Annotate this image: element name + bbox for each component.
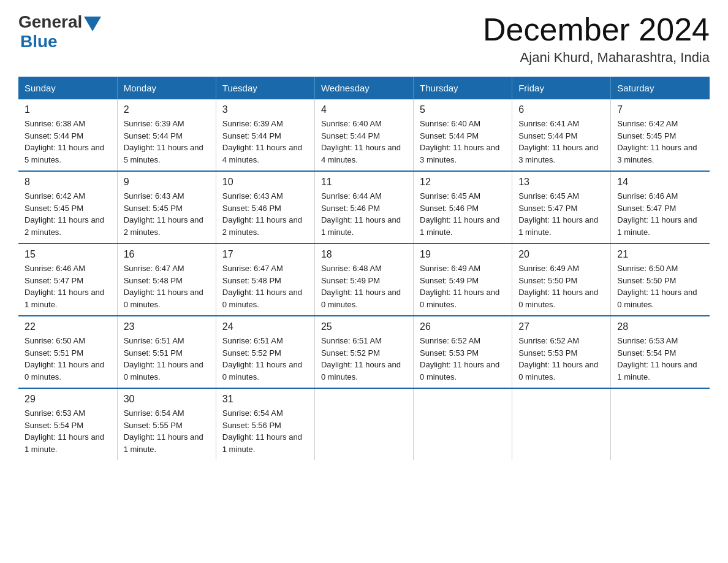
day-info: Sunrise: 6:51 AMSunset: 5:52 PMDaylight:… (222, 335, 308, 383)
calendar-cell (414, 388, 512, 460)
day-number: 28 (617, 321, 703, 332)
column-header-thursday: Thursday (414, 77, 512, 99)
calendar-week-row: 8 Sunrise: 6:42 AMSunset: 5:45 PMDayligh… (18, 171, 710, 243)
day-number: 24 (222, 321, 308, 332)
day-number: 10 (222, 177, 308, 188)
day-number: 18 (321, 249, 407, 260)
day-number: 5 (420, 104, 506, 115)
day-number: 20 (518, 249, 604, 260)
day-number: 9 (124, 177, 210, 188)
day-info: Sunrise: 6:40 AMSunset: 5:44 PMDaylight:… (321, 118, 407, 166)
day-number: 16 (124, 249, 210, 260)
day-number: 26 (420, 321, 506, 332)
calendar-cell: 30 Sunrise: 6:54 AMSunset: 5:55 PMDaylig… (117, 388, 216, 460)
calendar-cell: 31 Sunrise: 6:54 AMSunset: 5:56 PMDaylig… (216, 388, 314, 460)
day-number: 23 (124, 321, 210, 332)
day-info: Sunrise: 6:50 AMSunset: 5:50 PMDaylight:… (617, 262, 703, 310)
day-info: Sunrise: 6:53 AMSunset: 5:54 PMDaylight:… (617, 335, 703, 383)
calendar-cell: 27 Sunrise: 6:52 AMSunset: 5:53 PMDaylig… (512, 316, 611, 388)
calendar-table: SundayMondayTuesdayWednesdayThursdayFrid… (18, 77, 710, 460)
day-number: 6 (518, 104, 604, 115)
calendar-cell: 19 Sunrise: 6:49 AMSunset: 5:49 PMDaylig… (414, 243, 512, 316)
day-number: 2 (124, 104, 210, 115)
calendar-cell: 7 Sunrise: 6:42 AMSunset: 5:45 PMDayligh… (611, 99, 710, 171)
calendar-cell: 4 Sunrise: 6:40 AMSunset: 5:44 PMDayligh… (314, 99, 413, 171)
calendar-cell: 6 Sunrise: 6:41 AMSunset: 5:44 PMDayligh… (512, 99, 611, 171)
calendar-week-row: 29 Sunrise: 6:53 AMSunset: 5:54 PMDaylig… (18, 388, 710, 460)
calendar-cell: 24 Sunrise: 6:51 AMSunset: 5:52 PMDaylig… (216, 316, 314, 388)
location-title: Ajani Khurd, Maharashtra, India (483, 50, 710, 66)
day-number: 15 (25, 249, 111, 260)
day-number: 14 (617, 177, 703, 188)
calendar-cell: 16 Sunrise: 6:47 AMSunset: 5:48 PMDaylig… (117, 243, 216, 316)
calendar-week-row: 15 Sunrise: 6:46 AMSunset: 5:47 PMDaylig… (18, 243, 710, 316)
calendar-cell: 22 Sunrise: 6:50 AMSunset: 5:51 PMDaylig… (18, 316, 117, 388)
day-info: Sunrise: 6:49 AMSunset: 5:50 PMDaylight:… (518, 262, 604, 310)
day-number: 17 (222, 249, 308, 260)
day-number: 12 (420, 177, 506, 188)
day-info: Sunrise: 6:49 AMSunset: 5:49 PMDaylight:… (420, 262, 506, 310)
day-info: Sunrise: 6:47 AMSunset: 5:48 PMDaylight:… (124, 262, 210, 310)
day-info: Sunrise: 6:42 AMSunset: 5:45 PMDaylight:… (25, 190, 111, 238)
day-info: Sunrise: 6:41 AMSunset: 5:44 PMDaylight:… (518, 118, 604, 166)
logo-blue-text: Blue (20, 32, 58, 52)
column-header-sunday: Sunday (18, 77, 117, 99)
calendar-cell: 8 Sunrise: 6:42 AMSunset: 5:45 PMDayligh… (18, 171, 117, 243)
calendar-cell: 11 Sunrise: 6:44 AMSunset: 5:46 PMDaylig… (314, 171, 413, 243)
day-info: Sunrise: 6:53 AMSunset: 5:54 PMDaylight:… (25, 407, 111, 455)
calendar-cell (314, 388, 413, 460)
month-title: December 2024 (483, 12, 710, 47)
day-number: 11 (321, 177, 407, 188)
calendar-cell: 13 Sunrise: 6:45 AMSunset: 5:47 PMDaylig… (512, 171, 611, 243)
calendar-cell: 9 Sunrise: 6:43 AMSunset: 5:45 PMDayligh… (117, 171, 216, 243)
day-info: Sunrise: 6:54 AMSunset: 5:56 PMDaylight:… (222, 407, 308, 455)
day-info: Sunrise: 6:45 AMSunset: 5:46 PMDaylight:… (420, 190, 506, 238)
calendar-cell: 17 Sunrise: 6:47 AMSunset: 5:48 PMDaylig… (216, 243, 314, 316)
calendar-cell: 5 Sunrise: 6:40 AMSunset: 5:44 PMDayligh… (414, 99, 512, 171)
calendar-cell (611, 388, 710, 460)
day-number: 19 (420, 249, 506, 260)
day-number: 1 (25, 104, 111, 115)
day-number: 4 (321, 104, 407, 115)
day-info: Sunrise: 6:47 AMSunset: 5:48 PMDaylight:… (222, 262, 308, 310)
day-number: 27 (518, 321, 604, 332)
calendar-header-row: SundayMondayTuesdayWednesdayThursdayFrid… (18, 77, 710, 99)
logo-triangle-icon (84, 17, 101, 31)
title-block: December 2024 Ajani Khurd, Maharashtra, … (483, 12, 710, 66)
calendar-cell: 18 Sunrise: 6:48 AMSunset: 5:49 PMDaylig… (314, 243, 413, 316)
day-info: Sunrise: 6:51 AMSunset: 5:52 PMDaylight:… (321, 335, 407, 383)
calendar-cell: 26 Sunrise: 6:52 AMSunset: 5:53 PMDaylig… (414, 316, 512, 388)
day-info: Sunrise: 6:48 AMSunset: 5:49 PMDaylight:… (321, 262, 407, 310)
calendar-cell: 10 Sunrise: 6:43 AMSunset: 5:46 PMDaylig… (216, 171, 314, 243)
logo-general-text: General (18, 12, 82, 32)
day-number: 3 (222, 104, 308, 115)
calendar-cell: 15 Sunrise: 6:46 AMSunset: 5:47 PMDaylig… (18, 243, 117, 316)
column-header-tuesday: Tuesday (216, 77, 314, 99)
column-header-monday: Monday (117, 77, 216, 99)
day-info: Sunrise: 6:39 AMSunset: 5:44 PMDaylight:… (222, 118, 308, 166)
calendar-cell: 29 Sunrise: 6:53 AMSunset: 5:54 PMDaylig… (18, 388, 117, 460)
column-header-saturday: Saturday (611, 77, 710, 99)
calendar-cell: 14 Sunrise: 6:46 AMSunset: 5:47 PMDaylig… (611, 171, 710, 243)
day-info: Sunrise: 6:45 AMSunset: 5:47 PMDaylight:… (518, 190, 604, 238)
calendar-week-row: 22 Sunrise: 6:50 AMSunset: 5:51 PMDaylig… (18, 316, 710, 388)
day-info: Sunrise: 6:43 AMSunset: 5:46 PMDaylight:… (222, 190, 308, 238)
calendar-cell: 23 Sunrise: 6:51 AMSunset: 5:51 PMDaylig… (117, 316, 216, 388)
day-number: 7 (617, 104, 703, 115)
day-number: 21 (617, 249, 703, 260)
day-number: 29 (25, 394, 111, 405)
day-info: Sunrise: 6:46 AMSunset: 5:47 PMDaylight:… (25, 262, 111, 310)
calendar-cell: 12 Sunrise: 6:45 AMSunset: 5:46 PMDaylig… (414, 171, 512, 243)
column-header-friday: Friday (512, 77, 611, 99)
calendar-cell: 28 Sunrise: 6:53 AMSunset: 5:54 PMDaylig… (611, 316, 710, 388)
day-info: Sunrise: 6:52 AMSunset: 5:53 PMDaylight:… (518, 335, 604, 383)
day-info: Sunrise: 6:40 AMSunset: 5:44 PMDaylight:… (420, 118, 506, 166)
day-info: Sunrise: 6:43 AMSunset: 5:45 PMDaylight:… (124, 190, 210, 238)
calendar-cell: 20 Sunrise: 6:49 AMSunset: 5:50 PMDaylig… (512, 243, 611, 316)
day-number: 13 (518, 177, 604, 188)
day-info: Sunrise: 6:50 AMSunset: 5:51 PMDaylight:… (25, 335, 111, 383)
day-number: 30 (124, 394, 210, 405)
calendar-cell: 25 Sunrise: 6:51 AMSunset: 5:52 PMDaylig… (314, 316, 413, 388)
day-number: 31 (222, 394, 308, 405)
day-number: 22 (25, 321, 111, 332)
